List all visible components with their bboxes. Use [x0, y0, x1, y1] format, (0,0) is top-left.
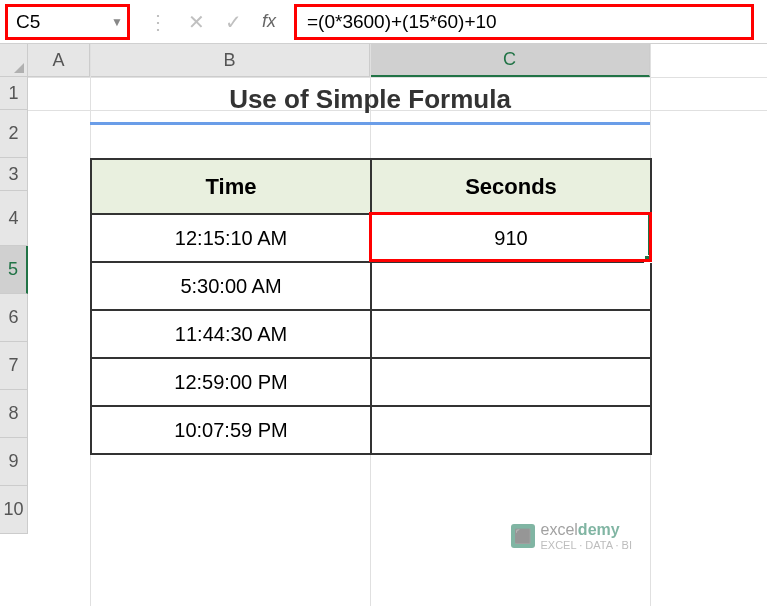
formula-bar: C5 ▼ ⋮ ✕ ✓ fx =(0*3600)+(15*60)+10: [0, 0, 767, 44]
row-header-8[interactable]: 8: [0, 390, 28, 438]
table-row: 11:44:30 AM: [91, 310, 651, 358]
cell-time[interactable]: 12:15:10 AM: [91, 214, 371, 262]
formula-input[interactable]: =(0*3600)+(15*60)+10: [294, 4, 754, 40]
row-header-6[interactable]: 6: [0, 294, 28, 342]
row-header-10[interactable]: 10: [0, 486, 28, 534]
page-title[interactable]: Use of Simple Formula: [90, 77, 650, 125]
table-row: 10:07:59 PM: [91, 406, 651, 454]
column-headers-row: A B C: [28, 44, 767, 77]
row-header-7[interactable]: 7: [0, 342, 28, 390]
name-box[interactable]: C5 ▼: [5, 4, 130, 40]
enter-icon[interactable]: ✓: [225, 10, 242, 34]
table-row: 12:15:10 AM 910: [91, 214, 651, 262]
watermark: ⬛ exceldemy EXCEL · DATA · BI: [511, 521, 633, 551]
table-header-row: Time Seconds: [91, 159, 651, 214]
row-header-4[interactable]: 4: [0, 191, 28, 246]
data-table: Time Seconds 12:15:10 AM 910 5:30:00 AM …: [90, 158, 652, 455]
row-headers-column: 1 2 3 4 5 6 7 8 9 10: [0, 44, 28, 606]
col-header-C[interactable]: C: [370, 44, 650, 77]
select-all-corner[interactable]: [0, 44, 28, 77]
col-header-A[interactable]: A: [28, 44, 90, 77]
row-header-2[interactable]: 2: [0, 110, 28, 158]
formula-bar-icons: ⋮ ✕ ✓ fx: [130, 10, 294, 34]
row-header-3[interactable]: 3: [0, 158, 28, 191]
cell-seconds[interactable]: 910: [371, 214, 651, 262]
cell-time[interactable]: 10:07:59 PM: [91, 406, 371, 454]
cell-seconds[interactable]: [371, 262, 651, 310]
cancel-icon[interactable]: ✕: [188, 10, 205, 34]
spreadsheet-grid: 1 2 3 4 5 6 7 8 9 10 A B C Use of Simple…: [0, 44, 767, 606]
cell-time[interactable]: 5:30:00 AM: [91, 262, 371, 310]
row-header-9[interactable]: 9: [0, 438, 28, 486]
row-header-5[interactable]: 5: [0, 246, 28, 294]
fx-icon[interactable]: fx: [262, 11, 276, 32]
header-time[interactable]: Time: [91, 159, 371, 214]
dots-icon: ⋮: [148, 10, 168, 34]
header-seconds[interactable]: Seconds: [371, 159, 651, 214]
cell-seconds[interactable]: [371, 358, 651, 406]
cell-seconds[interactable]: [371, 310, 651, 358]
cell-seconds[interactable]: [371, 406, 651, 454]
cell-time[interactable]: 12:59:00 PM: [91, 358, 371, 406]
name-box-dropdown-icon[interactable]: ▼: [111, 15, 123, 29]
row-header-1[interactable]: 1: [0, 77, 28, 110]
table-row: 12:59:00 PM: [91, 358, 651, 406]
watermark-logo-icon: ⬛: [511, 524, 535, 548]
cells-area[interactable]: A B C Use of Simple Formula Time Seconds: [28, 44, 767, 606]
formula-value: =(0*3600)+(15*60)+10: [307, 11, 497, 33]
cell-time[interactable]: 11:44:30 AM: [91, 310, 371, 358]
cell-reference: C5: [16, 11, 40, 33]
sheet-content: Use of Simple Formula Time Seconds 12:15…: [90, 77, 652, 455]
watermark-text: exceldemy EXCEL · DATA · BI: [541, 521, 633, 551]
col-header-B[interactable]: B: [90, 44, 370, 77]
table-row: 5:30:00 AM: [91, 262, 651, 310]
